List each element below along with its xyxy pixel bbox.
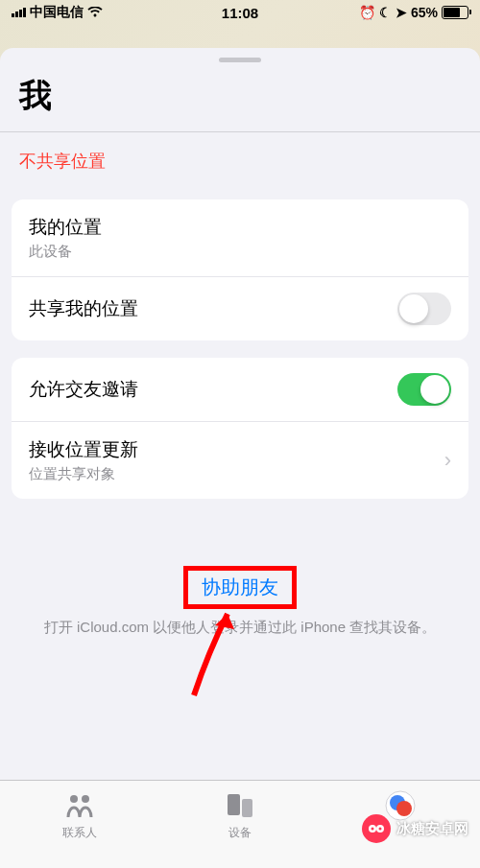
dnd-icon: ☾: [379, 5, 392, 20]
people-icon: [62, 790, 97, 821]
my-location-row[interactable]: 我的位置 此设备: [12, 199, 468, 276]
watermark-text: 冰糖安卓网: [396, 820, 468, 838]
annotation-box: 协助朋友: [183, 566, 297, 609]
tab-people[interactable]: 联系人: [0, 781, 160, 868]
me-sheet: 我 不共享位置 我的位置 此设备 共享我的位置 允许交友邀请 接收位置更新 位置…: [0, 48, 480, 868]
watermark: 冰糖安卓网: [362, 814, 468, 843]
carrier-label: 中国电信: [30, 4, 84, 21]
battery-icon: [442, 6, 468, 19]
watermark-badge-icon: [362, 814, 391, 843]
svg-point-10: [372, 828, 374, 831]
share-my-location-row: 共享我的位置: [12, 276, 468, 340]
cellular-signal-icon: [12, 8, 26, 17]
tab-devices-label: 设备: [228, 825, 252, 841]
status-bar: 中国电信 11:08 ⏰ ☾ ➤ 65%: [0, 0, 480, 25]
help-description: 打开 iCloud.com 以便他人登录并通过此 iPhone 查找其设备。: [0, 609, 480, 639]
alarm-icon: ⏰: [359, 5, 375, 20]
location-card: 我的位置 此设备 共享我的位置: [12, 199, 468, 340]
not-sharing-label: 不共享位置: [0, 132, 480, 182]
receive-location-updates-row[interactable]: 接收位置更新 位置共享对象 ›: [12, 421, 468, 499]
clock: 11:08: [222, 5, 258, 21]
allow-friend-requests-toggle[interactable]: [397, 373, 451, 406]
wifi-icon: [87, 7, 103, 18]
svg-rect-3: [228, 794, 240, 815]
svg-point-1: [70, 795, 78, 803]
tab-devices[interactable]: 设备: [160, 781, 321, 868]
location-icon: ➤: [396, 5, 407, 20]
svg-rect-4: [242, 799, 252, 817]
share-my-location-toggle[interactable]: [397, 293, 451, 325]
svg-point-2: [82, 795, 89, 803]
receive-location-updates-sub: 位置共享对象: [29, 465, 138, 483]
help-block: 协助朋友 打开 iCloud.com 以便他人登录并通过此 iPhone 查找其…: [0, 566, 480, 639]
chevron-right-icon: ›: [444, 448, 451, 473]
page-title: 我: [0, 62, 480, 131]
my-location-label: 我的位置: [29, 215, 102, 240]
share-my-location-label: 共享我的位置: [29, 296, 138, 321]
friend-requests-card: 允许交友邀请 接收位置更新 位置共享对象 ›: [12, 358, 468, 499]
allow-friend-requests-row: 允许交友邀请: [12, 358, 468, 421]
receive-location-updates-label: 接收位置更新: [29, 437, 138, 462]
allow-friend-requests-label: 允许交友邀请: [29, 377, 138, 402]
help-a-friend-link[interactable]: 协助朋友: [202, 576, 278, 598]
my-location-sub: 此设备: [29, 243, 102, 261]
tab-people-label: 联系人: [62, 825, 97, 841]
svg-point-11: [379, 828, 382, 831]
battery-percentage: 65%: [411, 5, 438, 20]
devices-icon: [226, 790, 254, 821]
